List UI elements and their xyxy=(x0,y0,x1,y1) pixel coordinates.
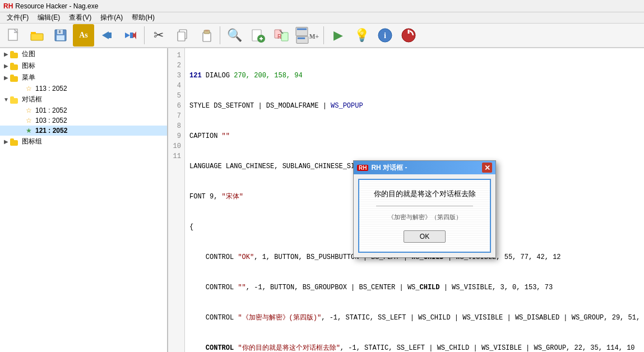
dialog-ok-button[interactable]: OK xyxy=(404,230,446,243)
star-icon-dialog-121: ★ xyxy=(26,127,34,135)
dialog-title: RH 对话框 - xyxy=(371,163,407,173)
menu-edit[interactable]: 编辑(E) xyxy=(33,12,64,24)
svg-rect-22 xyxy=(261,37,262,40)
code-line-10: CONTROL "你的目的就是将这个对话框去除", -1, STATIC, SS… xyxy=(189,343,644,352)
dialog-sub-text: 《加密与解密》（第四版） xyxy=(388,213,462,221)
code-line-3: CAPTION "" xyxy=(189,131,644,141)
star-icon-menu-113: ☆ xyxy=(26,85,34,92)
tree-arrow-dialog-121 xyxy=(18,128,26,134)
tree-label-icongroup: 图标组 xyxy=(22,137,42,146)
line-num-1: 1 xyxy=(172,50,181,61)
svg-text:R: R xyxy=(277,34,281,40)
tree-item-dialog-103[interactable]: ☆ 103 : 2052 xyxy=(0,115,167,126)
tree-arrow-menu: ▶ xyxy=(2,75,10,81)
code-line-2: STYLE DS_SETFONT | DS_MODALFRAME | WS_PO… xyxy=(189,101,644,111)
info-button[interactable]: i xyxy=(374,24,396,47)
exit-button[interactable] xyxy=(397,24,420,47)
tree-arrow-bitmap: ▶ xyxy=(2,51,10,57)
back-button[interactable] xyxy=(95,24,118,47)
add-resource-button[interactable] xyxy=(247,24,269,47)
tree-item-dialog-121[interactable]: ★ 121 : 2052 xyxy=(0,126,167,136)
svg-rect-9 xyxy=(109,33,112,38)
tree-arrow-dialog-103 xyxy=(18,118,26,124)
star-icon-dialog-101: ☆ xyxy=(26,106,34,114)
star-icon-dialog-103: ☆ xyxy=(26,117,34,124)
tree-label-dialog: 对话框 xyxy=(22,95,42,104)
tree-item-icongroup[interactable]: ▶ 图标组 xyxy=(0,136,167,147)
tree-item-dialog-101[interactable]: ☆ 101 : 2052 xyxy=(0,105,167,115)
svg-text:i: i xyxy=(384,31,386,40)
app-title: Resource Hacker - Nag.exe xyxy=(15,2,98,10)
app-icon: RH xyxy=(3,2,13,10)
run-button[interactable]: ▶ xyxy=(327,24,349,47)
code-line-1: 121 DIALOG 270, 200, 158, 94 xyxy=(189,71,644,81)
dialog-rh-badge: RH xyxy=(357,165,368,171)
tree-arrow-icon: ▶ xyxy=(2,63,10,69)
svg-rect-27 xyxy=(297,29,307,30)
paste-button[interactable] xyxy=(194,24,217,47)
save-button[interactable] xyxy=(49,24,72,47)
tree-item-bitmap[interactable]: ▶ 位图 xyxy=(0,48,167,60)
svg-marker-13 xyxy=(133,31,136,39)
tree-label-dialog-121: 121 : 2052 xyxy=(35,127,67,135)
dialog-merge-button[interactable]: M+ xyxy=(294,24,321,47)
tree-label-dialog-101: 101 : 2052 xyxy=(35,106,67,114)
dialog-preview-window[interactable]: RH RH 对话框 - ✕ 你的目的就是将这个对话框去除 《加密与解密》（第四版… xyxy=(353,160,496,258)
line-num-6: 6 xyxy=(172,101,181,111)
tree-item-menu-113[interactable]: ☆ 113 : 2052 xyxy=(0,84,167,94)
folder-icon-menu xyxy=(10,74,20,82)
find-button[interactable]: 🔍 xyxy=(223,24,245,47)
tree-label-menu: 菜单 xyxy=(22,73,35,82)
menu-help[interactable]: 帮助(H) xyxy=(127,12,159,24)
line-num-3: 3 xyxy=(172,71,181,81)
line-num-10: 10 xyxy=(172,141,181,151)
menu-view[interactable]: 查看(V) xyxy=(64,12,96,24)
svg-rect-18 xyxy=(205,30,209,31)
forward-button[interactable] xyxy=(119,24,141,47)
dialog-separator xyxy=(376,206,474,206)
svg-rect-3 xyxy=(31,32,36,34)
dialog-close-button[interactable]: ✕ xyxy=(482,163,492,173)
svg-text:M+: M+ xyxy=(309,33,319,40)
line-numbers: 1 2 3 4 5 6 7 8 9 10 11 xyxy=(168,48,185,352)
resource-tree: ▶ 位图 ▶ 图标 ▶ 菜单 xyxy=(0,48,168,352)
menu-file[interactable]: 文件(F) xyxy=(2,12,33,24)
svg-rect-15 xyxy=(178,32,185,41)
toolbar: As ✂ 🔍 xyxy=(0,24,644,48)
sep-2 xyxy=(220,26,220,44)
tree-arrow-icongroup: ▶ xyxy=(2,138,10,145)
new-button[interactable] xyxy=(2,24,25,47)
line-num-11: 11 xyxy=(172,151,181,161)
tree-label-icon: 图标 xyxy=(22,61,35,71)
tree-arrow-dialog-101 xyxy=(18,108,26,114)
idea-button[interactable]: 💡 xyxy=(350,24,373,47)
line-num-2: 2 xyxy=(172,61,181,71)
tree-item-dialog[interactable]: ▼ 对话框 xyxy=(0,94,167,105)
code-line-8: CONTROL "", -1, BUTTON, BS_GROUPBOX | BS… xyxy=(189,282,644,293)
svg-marker-8 xyxy=(102,31,109,39)
replace-resource-button[interactable]: R xyxy=(270,24,293,47)
tree-item-menu[interactable]: ▶ 菜单 xyxy=(0,72,167,84)
folder-icon-dialog xyxy=(10,96,20,104)
copy-button[interactable] xyxy=(171,24,193,47)
folder-icon-icon xyxy=(10,62,20,70)
dialog-main-text: 你的目的就是将这个对话框去除 xyxy=(374,189,476,199)
line-num-4: 4 xyxy=(172,81,181,91)
line-num-8: 8 xyxy=(172,121,181,131)
scissors-button[interactable]: ✂ xyxy=(147,24,170,47)
menu-action[interactable]: 操作(A) xyxy=(96,12,127,24)
svg-marker-10 xyxy=(125,33,130,38)
svg-rect-28 xyxy=(296,36,308,43)
folder-icon-icongroup xyxy=(10,138,20,146)
menu-bar: 文件(F) 编辑(E) 查看(V) 操作(A) 帮助(H) xyxy=(0,12,644,24)
open-button[interactable] xyxy=(26,24,48,47)
svg-rect-2 xyxy=(31,34,43,40)
tree-item-icon[interactable]: ▶ 图标 xyxy=(0,60,167,72)
tree-label-bitmap: 位图 xyxy=(22,49,35,59)
code-editor[interactable]: 1 2 3 4 5 6 7 8 9 10 11 121 DIALOG 270, … xyxy=(168,48,644,352)
compile-button[interactable]: As xyxy=(73,24,94,47)
tree-label-menu-113: 113 : 2052 xyxy=(35,85,67,92)
svg-rect-24 xyxy=(281,33,288,41)
close-icon: ✕ xyxy=(484,164,490,172)
svg-rect-29 xyxy=(298,38,305,39)
